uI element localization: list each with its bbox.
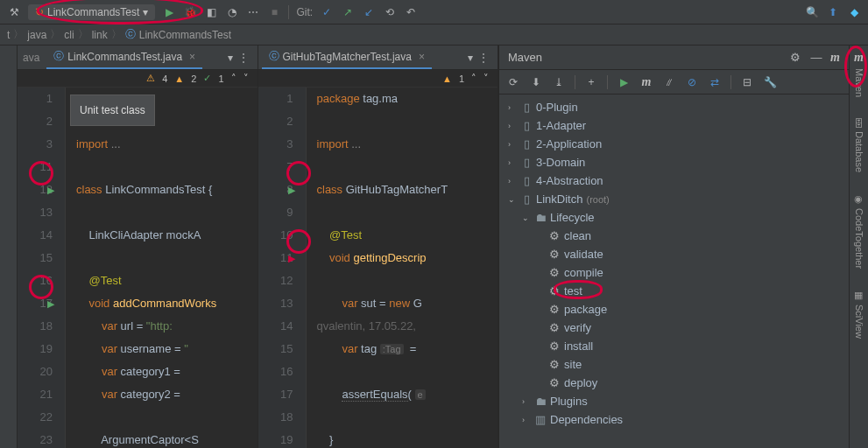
tree-item[interactable]: ⚙site — [499, 355, 849, 374]
code-line[interactable] — [317, 406, 498, 429]
line-number[interactable]: 16 — [18, 270, 53, 292]
warning-icon[interactable]: ▲ — [442, 74, 452, 84]
chevron-icon[interactable]: › — [508, 140, 517, 149]
code-line[interactable]: @Test — [317, 224, 498, 247]
line-number[interactable]: 13 — [258, 292, 293, 315]
download-icon[interactable]: ⤓ — [552, 75, 566, 89]
tree-item[interactable]: ›▯2-Application — [499, 135, 849, 153]
code-area-2[interactable]: 12378▶91011▶121314151617181920 package t… — [258, 88, 498, 448]
down-icon[interactable]: ˅ — [483, 73, 489, 84]
code-line[interactable] — [76, 406, 258, 429]
code-area-1[interactable]: Unit test class 1231112▶1314151617▶18192… — [18, 88, 258, 448]
rightbar-database[interactable]: 🗄Database — [854, 118, 864, 172]
tree-item[interactable]: ⚙test — [499, 282, 849, 300]
maven-logo-icon[interactable]: m — [830, 51, 840, 65]
line-number[interactable]: 10 — [258, 224, 293, 247]
code-line[interactable]: class GitHubTagMatcherT — [317, 178, 498, 201]
run-test-gutter-icon[interactable]: ▶ — [47, 292, 54, 315]
generate-icon[interactable]: ⬇ — [529, 75, 543, 89]
chevron-icon[interactable]: › — [522, 416, 531, 424]
line-number[interactable]: 12▶ — [18, 178, 53, 201]
code-line[interactable]: @Test — [76, 270, 258, 292]
warning-a-icon[interactable]: ⚠ — [146, 73, 155, 84]
code-line[interactable] — [317, 201, 498, 224]
line-number[interactable]: 23 — [18, 429, 53, 448]
tree-item[interactable]: ›▯0-Plugin — [499, 98, 849, 116]
run-test-gutter-icon[interactable]: ▶ — [288, 178, 295, 201]
profile-icon[interactable]: ◔ — [225, 5, 239, 19]
code-line[interactable] — [76, 156, 258, 178]
rightbar-codetogether[interactable]: ◉CodeTogether — [853, 193, 864, 269]
codewithme-icon[interactable]: ◆ — [847, 5, 861, 19]
more-icon[interactable]: ⋮ — [238, 52, 249, 64]
run-config-selector[interactable]: ↻ LinkCommandsTest ▾ — [28, 4, 155, 20]
chevron-icon[interactable]: › — [508, 177, 517, 186]
debug-icon[interactable]: 🐞 — [183, 5, 197, 19]
run-icon[interactable]: ▶ — [162, 5, 176, 19]
tree-item[interactable]: ⚙verify — [499, 318, 849, 337]
warning-b-icon[interactable]: ▲ — [174, 74, 184, 84]
bc-item[interactable]: t — [7, 29, 10, 41]
line-number[interactable]: 7 — [258, 156, 293, 178]
tree-item[interactable]: ⚙validate — [499, 245, 849, 263]
code-line[interactable]: import ... — [76, 133, 258, 156]
code-line[interactable]: var tag :Tag = — [317, 338, 498, 360]
code-line[interactable]: class LinkCommandsTest { — [76, 178, 258, 201]
code-line[interactable]: LinkCliAdapter mockA — [76, 224, 258, 247]
line-number[interactable]: 15 — [258, 338, 293, 360]
tree-item[interactable]: ›▯1-Adapter — [499, 116, 849, 135]
line-number[interactable]: 9 — [258, 201, 293, 224]
chevron-icon[interactable]: › — [508, 122, 517, 130]
tree-item[interactable]: ⚙install — [499, 337, 849, 355]
line-number[interactable]: 20 — [18, 360, 53, 383]
ok-icon[interactable]: ✓ — [203, 73, 211, 84]
git-update-icon[interactable]: ↙ — [362, 5, 376, 19]
code-line[interactable] — [76, 201, 258, 224]
chevron-icon[interactable]: › — [522, 397, 531, 406]
line-number[interactable]: 19 — [258, 429, 293, 448]
line-number[interactable]: 11 — [18, 156, 53, 178]
code-line[interactable]: var username = " — [76, 338, 258, 360]
line-number[interactable]: 14 — [18, 224, 53, 247]
bc-item[interactable]: link — [92, 29, 108, 41]
line-number[interactable]: 15 — [18, 247, 53, 270]
chevron-icon[interactable]: › — [508, 158, 517, 167]
run-test-gutter-icon[interactable]: ▶ — [288, 247, 295, 270]
attach-icon[interactable]: ⋯ — [246, 5, 260, 19]
code-line[interactable]: ArgumentCaptor<S — [76, 429, 258, 448]
close-icon[interactable]: × — [419, 51, 425, 63]
maven-tree[interactable]: ›▯0-Plugin›▯1-Adapter›▯2-Application›▯3-… — [499, 94, 849, 448]
build-icon[interactable]: ⚒ — [7, 5, 21, 19]
coverage-icon[interactable]: ◧ — [204, 5, 218, 19]
code-line[interactable]: var sut = new G — [317, 292, 498, 315]
tab-active[interactable]: ⓒ GitHubTagMatcherTest.java × — [262, 46, 432, 69]
bc-item[interactable]: LinkCommandsTest — [139, 29, 231, 41]
code-line[interactable]: var url = "http: — [76, 315, 258, 338]
tree-item[interactable]: ⚙package — [499, 300, 849, 318]
line-number[interactable]: 18 — [18, 315, 53, 338]
more-icon[interactable]: ⋮ — [478, 52, 489, 64]
offline-icon[interactable]: ⇄ — [708, 75, 722, 89]
line-number[interactable]: 13 — [18, 201, 53, 224]
chevron-icon[interactable]: ⌄ — [508, 195, 517, 204]
search-icon[interactable]: 🔍 — [805, 5, 819, 19]
chevron-icon[interactable]: › — [508, 103, 517, 112]
chevron-icon[interactable]: ⌄ — [522, 214, 531, 222]
up-icon[interactable]: ˄ — [471, 73, 476, 84]
code-line[interactable]: var category1 = — [76, 360, 258, 383]
gear-icon[interactable]: ⚙ — [788, 51, 802, 65]
code-line[interactable] — [317, 156, 498, 178]
left-tool-strip[interactable] — [0, 46, 18, 448]
chevron-down-icon[interactable]: ▾ — [468, 52, 473, 64]
rightbar-maven[interactable]: mMaven — [854, 51, 864, 97]
tree-item[interactable]: ⌄▯LinkDitch (root) — [499, 190, 849, 208]
git-history-icon[interactable]: ⟲ — [383, 5, 397, 19]
tree-item[interactable]: ⚙clean — [499, 227, 849, 245]
minimize-icon[interactable]: — — [809, 51, 823, 65]
tree-item[interactable]: ›🖿Plugins — [499, 392, 849, 410]
code-line[interactable]: import ... — [317, 133, 498, 156]
code-line[interactable] — [317, 270, 498, 292]
run-goal-icon[interactable]: ▶ — [617, 75, 631, 89]
line-number[interactable]: 17▶ — [18, 292, 53, 315]
code-line[interactable] — [317, 360, 498, 383]
